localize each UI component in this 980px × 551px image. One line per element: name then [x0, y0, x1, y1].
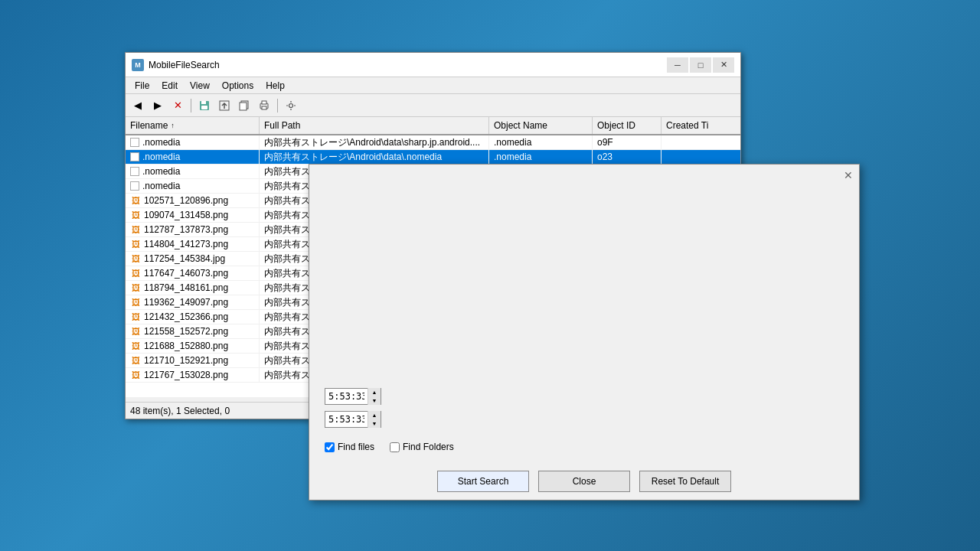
toolbar-save-btn[interactable] — [195, 97, 214, 114]
toolbar-back-btn[interactable]: ◀ — [129, 97, 147, 114]
col-header-created[interactable]: Created Ti — [662, 117, 740, 134]
cell-filename: 🖼 121688_152880.png — [126, 339, 260, 353]
toolbar-fwd-btn[interactable]: ▶ — [149, 97, 167, 114]
cell-filename: 🖼 121710_152921.png — [126, 354, 260, 367]
cell-filename: 🖼 102571_120896.png — [126, 194, 260, 207]
toolbar-copy-btn[interactable] — [235, 97, 253, 114]
image-icon: 🖼 — [130, 224, 141, 235]
col-header-objid[interactable]: Object ID — [593, 117, 662, 134]
time-row-1: ▲ ▼ — [325, 388, 844, 405]
cell-filename: 🖼 121767_153028.png — [126, 368, 260, 382]
image-icon: 🖼 — [130, 311, 141, 322]
cell-filename: 🖼 117254_145384.jpg — [126, 252, 260, 266]
dialog-content: ▲ ▼ ▲ ▼ Find files Find Folders — [309, 165, 859, 500]
col-header-fullpath[interactable]: Full Path — [260, 117, 489, 134]
nomedia-icon — [130, 181, 139, 191]
title-bar: M MobileFileSearch ─ □ ✕ — [126, 53, 740, 77]
nomedia-icon — [130, 138, 139, 147]
time-input-2: ▲ ▼ — [325, 411, 381, 428]
cell-objname: .nomedia — [489, 150, 593, 164]
dialog-buttons: Start Search Close Reset To Default — [325, 465, 844, 492]
svg-rect-8 — [262, 106, 266, 109]
image-icon: 🖼 — [130, 239, 141, 249]
table-row[interactable]: .nomedia 内部共有ストレージ\Android\data\sharp.jp… — [126, 135, 740, 150]
menu-help[interactable]: Help — [260, 79, 291, 93]
svg-rect-1 — [201, 101, 206, 104]
minimize-button[interactable]: ─ — [667, 57, 688, 73]
reset-to-default-button[interactable]: Reset To Default — [639, 471, 731, 492]
cell-filename: 🖼 117647_146073.png — [126, 266, 260, 280]
cell-filename: .nomedia — [126, 165, 260, 178]
checkbox-row: Find files Find Folders — [325, 442, 844, 452]
cell-objid: o9F — [593, 135, 662, 149]
time-spinner-2: ▲ ▼ — [368, 411, 381, 428]
toolbar-sep-1 — [191, 99, 191, 112]
app-title: MobileFileSearch — [149, 60, 667, 70]
close-button[interactable]: Close — [538, 471, 630, 492]
image-icon: 🖼 — [130, 326, 141, 337]
time-spin-down-1[interactable]: ▼ — [368, 396, 381, 405]
find-folders-checkbox[interactable] — [390, 442, 400, 452]
cell-filename: 🖼 121432_152366.png — [126, 310, 260, 324]
cell-filename: 🖼 114804_141273.png — [126, 237, 260, 251]
app-icon: M — [132, 59, 144, 71]
toolbar-print-btn[interactable] — [255, 97, 273, 114]
menu-edit[interactable]: Edit — [155, 79, 184, 93]
sort-arrow-filename: ↑ — [171, 122, 175, 129]
window-controls: ─ □ ✕ — [667, 57, 734, 73]
cell-filename: 🖼 121558_152572.png — [126, 324, 260, 338]
time-spin-down-2[interactable]: ▼ — [368, 419, 381, 428]
image-icon: 🖼 — [130, 268, 141, 279]
svg-point-9 — [289, 103, 293, 107]
time-spin-up-1[interactable]: ▲ — [368, 388, 381, 396]
cell-objname: .nomedia — [489, 135, 593, 149]
image-icon: 🖼 — [130, 355, 141, 366]
cell-filename: .nomedia — [126, 150, 260, 164]
cell-objid: o23 — [593, 150, 662, 164]
cell-created — [662, 135, 740, 149]
image-icon: 🖼 — [130, 282, 141, 293]
image-icon: 🖼 — [130, 341, 141, 351]
toolbar-stop-btn[interactable]: ✕ — [168, 97, 187, 114]
cell-created — [662, 150, 740, 164]
menu-options[interactable]: Options — [216, 79, 260, 93]
toolbar-settings-btn[interactable] — [282, 97, 300, 114]
time-input-1: ▲ ▼ — [325, 388, 381, 405]
find-folders-label[interactable]: Find Folders — [390, 442, 454, 452]
col-header-filename[interactable]: Filename ↑ — [126, 117, 260, 134]
time-field-1[interactable] — [325, 390, 368, 403]
time-row-2: ▲ ▼ — [325, 411, 844, 428]
table-row[interactable]: .nomedia 内部共有ストレージ\Android\data\.nomedia… — [126, 150, 740, 165]
time-spinner-1: ▲ ▼ — [368, 388, 381, 405]
find-files-label[interactable]: Find files — [325, 442, 374, 452]
cell-filename: 🖼 109074_131458.png — [126, 208, 260, 222]
nomedia-icon — [130, 152, 139, 161]
find-files-checkbox[interactable] — [325, 442, 335, 452]
cell-fullpath: 内部共有ストレージ\Android\data\sharp.jp.android.… — [260, 135, 489, 149]
maximize-button[interactable]: □ — [690, 57, 711, 73]
close-button[interactable]: ✕ — [713, 57, 734, 73]
column-headers: Filename ↑ Full Path Object Name Object … — [126, 117, 740, 135]
menu-file[interactable]: File — [129, 79, 155, 93]
col-header-objname[interactable]: Object Name — [489, 117, 593, 134]
menu-view[interactable]: View — [184, 79, 216, 93]
svg-rect-5 — [240, 103, 247, 110]
image-icon: 🖼 — [130, 195, 141, 206]
cell-filename: .nomedia — [126, 179, 260, 193]
nomedia-icon — [130, 167, 139, 176]
image-icon: 🖼 — [130, 297, 141, 308]
image-icon: 🖼 — [130, 253, 141, 264]
image-icon: 🖼 — [130, 210, 141, 220]
cell-filename: 🖼 112787_137873.png — [126, 223, 260, 236]
time-field-2[interactable] — [325, 413, 368, 425]
dialog-close-x-button[interactable]: ✕ — [841, 168, 856, 183]
toolbar-export-btn[interactable] — [215, 97, 234, 114]
cell-filename: 🖼 118794_148161.png — [126, 281, 260, 295]
svg-rect-7 — [262, 101, 266, 104]
time-spin-up-2[interactable]: ▲ — [368, 411, 381, 419]
toolbar-sep-2 — [277, 99, 278, 112]
cell-fullpath: 内部共有ストレージ\Android\data\.nomedia — [260, 150, 489, 164]
cell-filename: .nomedia — [126, 135, 260, 149]
toolbar: ◀ ▶ ✕ — [126, 94, 740, 117]
start-search-button[interactable]: Start Search — [437, 471, 529, 492]
